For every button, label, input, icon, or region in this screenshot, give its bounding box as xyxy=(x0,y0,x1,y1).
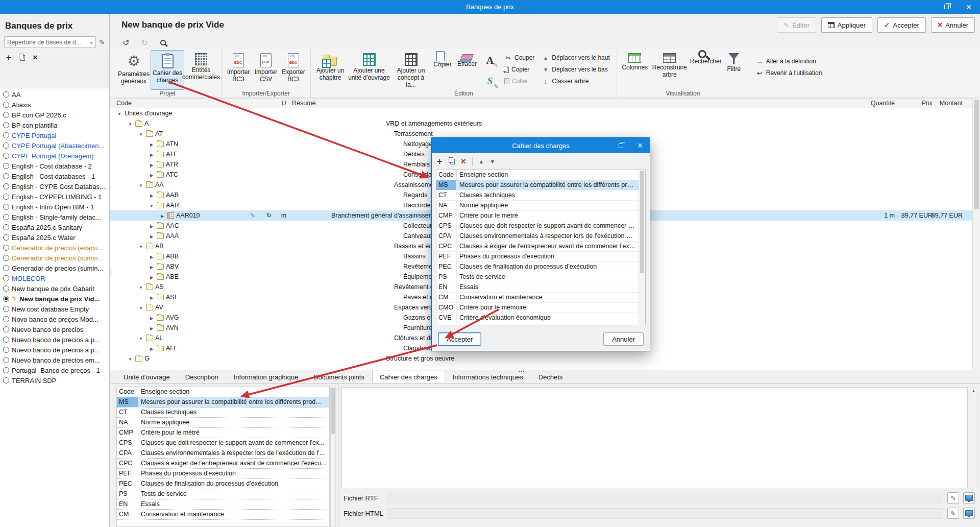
database-item[interactable]: ✎ CYPE Portugal (Abastecimen... xyxy=(0,140,109,151)
splitter-handle[interactable]: … xyxy=(518,366,525,373)
section-row[interactable]: PEC Clauses de finalisation du processus… xyxy=(436,262,639,272)
database-item[interactable]: ✎ TERRAIN SDP xyxy=(0,375,109,386)
section-row[interactable]: PEF Phases du processus d'exécution xyxy=(117,469,329,479)
ribbon-button[interactable]: Cahier des charges xyxy=(151,50,184,90)
expand-arrow-icon[interactable] xyxy=(149,273,155,280)
database-item[interactable]: ✎ AA xyxy=(0,89,109,100)
column-enseigne-section[interactable]: Enseigne section xyxy=(138,387,329,397)
database-item[interactable]: ✎ BP con plantilla xyxy=(0,120,109,130)
expand-arrow-icon[interactable] xyxy=(149,161,155,168)
tree-row[interactable]: A VRD et aménagements extérieurs xyxy=(110,118,972,129)
section-row[interactable]: CT Clauses techniques xyxy=(436,190,639,201)
fichier-rtf-input[interactable] xyxy=(387,493,943,504)
accepter-button[interactable]: Accepter xyxy=(877,17,926,33)
radio-icon[interactable] xyxy=(3,367,9,373)
scrollbar-thumb[interactable] xyxy=(331,388,335,434)
ribbon-button[interactable]: Colonnes xyxy=(620,50,650,90)
radio-icon[interactable] xyxy=(3,326,9,332)
expand-arrow-icon[interactable] xyxy=(149,345,155,352)
ribbon-small-button[interactable]: Couper xyxy=(503,53,536,63)
radio-icon[interactable] xyxy=(3,285,9,292)
radio-icon[interactable] xyxy=(3,102,9,108)
section-row[interactable]: MS Mesures pour assurer la compatibilité… xyxy=(436,180,639,190)
appliquer-button[interactable]: Appliquer xyxy=(821,17,872,33)
zoom-icon[interactable] xyxy=(158,37,168,47)
database-item[interactable]: ✎ English - Intro Open BIM - 1 xyxy=(0,202,109,212)
radio-icon[interactable] xyxy=(3,265,9,271)
ribbon-small-button[interactable]: Aller à la définition xyxy=(754,56,824,66)
edit-rtf-button[interactable] xyxy=(947,492,959,504)
radio-icon[interactable] xyxy=(3,275,9,281)
ribbon-button[interactable]: Effacer xyxy=(455,50,479,90)
database-item[interactable]: ✎ New cost database Empty xyxy=(0,304,109,314)
database-item[interactable]: ✎ Novo banco de preços Mod... xyxy=(0,314,109,324)
database-item[interactable]: ✎ Portugal -Banco de preços - 1 xyxy=(0,365,109,375)
ribbon-button[interactable]: Rechercher xyxy=(690,50,722,90)
add-section-button[interactable] xyxy=(437,157,443,166)
radio-icon[interactable] xyxy=(3,214,9,220)
column-quantite[interactable]: Quantité xyxy=(871,100,895,107)
column-u[interactable]: U xyxy=(277,100,290,107)
expand-arrow-icon[interactable] xyxy=(149,151,155,158)
section-row[interactable]: PEF Phases du processus d'exécution xyxy=(436,252,639,262)
expand-arrow-icon[interactable] xyxy=(127,120,133,127)
section-row[interactable]: CMP Critère pour le métré xyxy=(436,211,639,221)
expand-arrow-icon[interactable] xyxy=(149,253,155,260)
expand-arrow-icon[interactable] xyxy=(149,202,155,209)
tab[interactable]: Cahier des charges xyxy=(372,371,445,383)
radio-icon[interactable] xyxy=(3,245,9,251)
section-row[interactable]: NA Norme appliquée xyxy=(117,418,329,428)
vertical-scrollbar[interactable] xyxy=(972,98,980,370)
expand-arrow-icon[interactable] xyxy=(138,130,144,137)
database-item[interactable]: ✎ España 2025.c Water xyxy=(0,232,109,243)
ribbon-button[interactable]: Entités commerciales xyxy=(184,50,218,90)
expand-arrow-icon[interactable] xyxy=(149,232,155,239)
tab[interactable]: Description xyxy=(178,371,226,383)
expand-arrow-icon[interactable] xyxy=(149,222,155,229)
radio-icon[interactable] xyxy=(3,306,9,312)
database-item[interactable]: ✎ Generador de precios (evacu... xyxy=(0,243,109,253)
database-item[interactable]: ✎ Nuevo banco de precios xyxy=(0,324,109,334)
database-item[interactable]: ✎ New banque de prix Vid... xyxy=(0,294,109,304)
section-row[interactable]: CMO Critère pour le mémoire xyxy=(436,303,639,313)
section-row[interactable]: EN Essais xyxy=(117,499,329,510)
expand-arrow-icon[interactable] xyxy=(149,314,155,321)
database-item[interactable]: ✎ English - Single-family detac... xyxy=(0,212,109,222)
edit-html-button[interactable] xyxy=(947,508,959,519)
move-down-icon[interactable] xyxy=(490,157,495,165)
section-row[interactable]: PS Tests de service xyxy=(436,272,639,282)
section-row[interactable]: CPA Clauses environnementales à respecte… xyxy=(436,231,639,242)
scrollbar-thumb[interactable] xyxy=(974,100,979,209)
dialog-scrollbar[interactable] xyxy=(639,170,645,325)
section-row[interactable]: CPC Clauses à exiger de l'entrepreneur a… xyxy=(117,459,329,469)
radio-icon[interactable] xyxy=(3,337,9,343)
tab[interactable]: Unité d'ouvrage xyxy=(116,371,178,383)
database-item[interactable]: ✎ CYPE Portugal xyxy=(0,130,109,140)
section-row[interactable]: CPS Clauses que doit respecter le suppor… xyxy=(117,438,329,448)
database-item[interactable]: ✎ English - CYPEPLUMBING - 1 xyxy=(0,191,109,202)
column-resume[interactable]: Résumé xyxy=(292,100,316,107)
radio-icon[interactable] xyxy=(3,234,9,241)
close-button[interactable] xyxy=(958,0,980,14)
column-prix[interactable]: Prix xyxy=(921,100,933,107)
section-row[interactable]: CMP Critère pour le métré xyxy=(117,428,329,438)
sections-scrollbar[interactable] xyxy=(330,387,336,527)
expand-arrow-icon[interactable] xyxy=(149,324,155,331)
radio-icon[interactable] xyxy=(3,132,9,138)
expand-arrow-icon[interactable] xyxy=(138,304,144,311)
radio-icon[interactable] xyxy=(3,194,9,200)
dialog-titlebar[interactable]: Cahier des charges xyxy=(432,138,650,153)
radio-icon[interactable] xyxy=(3,296,9,302)
fichier-html-input[interactable] xyxy=(387,508,943,519)
rtf-preview-area[interactable] xyxy=(341,387,968,488)
ribbon-button[interactable]: Ajouter un chapitre xyxy=(314,50,347,90)
database-item[interactable]: ✎ Generador de precios (sumin... xyxy=(0,253,109,263)
section-row[interactable]: CT Clauses techniques xyxy=(117,408,329,418)
expand-arrow-icon[interactable] xyxy=(138,283,144,291)
radio-icon[interactable] xyxy=(3,377,9,384)
radio-icon[interactable] xyxy=(3,163,9,169)
dialog-maximize-button[interactable] xyxy=(611,138,630,153)
column-montant[interactable]: Montant xyxy=(940,100,963,107)
radio-icon[interactable] xyxy=(3,316,9,322)
database-item[interactable]: ✎ Nuevo banco de precios a p... xyxy=(0,345,109,355)
